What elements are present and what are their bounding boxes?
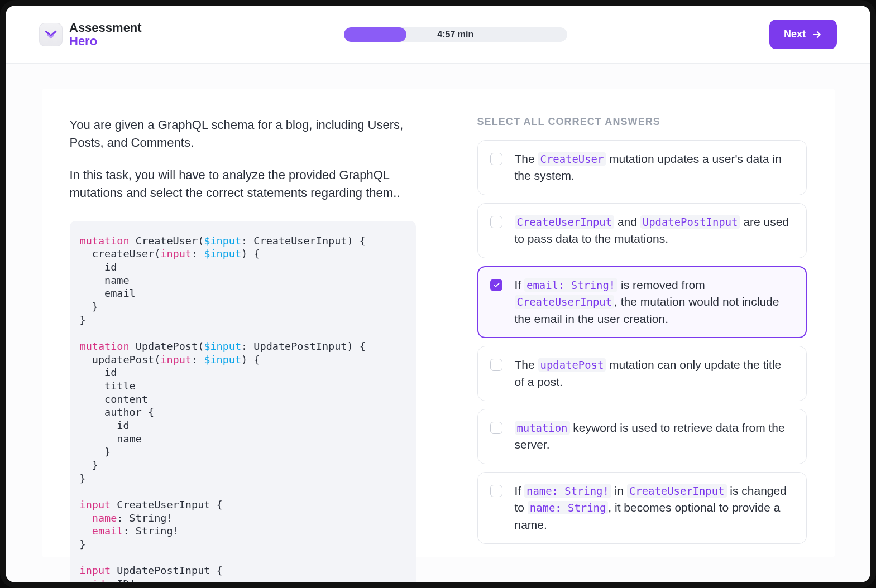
brand-text: Assessment Hero xyxy=(69,21,142,47)
inline-code: name: String! xyxy=(524,484,611,498)
timer-progress: 4:57 min xyxy=(344,27,567,42)
answer-text: The updatePost mutation can only update … xyxy=(515,356,794,391)
app-inner: Assessment Hero 4:57 min Next You are gi… xyxy=(6,6,870,582)
answer-text: If email: String! is removed from Create… xyxy=(515,277,794,327)
brand-line2: Hero xyxy=(69,35,142,47)
brand-line1: Assessment xyxy=(69,21,142,34)
timer-label: 4:57 min xyxy=(437,30,473,40)
inline-code: CreateUser xyxy=(538,152,606,166)
checkbox-icon xyxy=(490,359,502,371)
answers-list: The CreateUser mutation updates a user's… xyxy=(477,140,807,544)
answer-text: mutation keyword is used to retrieve dat… xyxy=(515,420,794,454)
checkbox-icon xyxy=(490,485,502,497)
answer-option[interactable]: If name: String! in CreateUserInput is c… xyxy=(477,472,807,544)
prompt-paragraph-2: In this task, you will have to analyze t… xyxy=(70,166,416,202)
answer-option[interactable]: The updatePost mutation can only update … xyxy=(477,346,807,401)
answer-text: If name: String! in CreateUserInput is c… xyxy=(515,483,794,533)
inline-code: email: String! xyxy=(524,278,617,292)
inline-code: mutation xyxy=(515,421,570,435)
answer-option[interactable]: If email: String! is removed from Create… xyxy=(477,266,807,338)
checkbox-icon xyxy=(490,216,502,228)
header: Assessment Hero 4:57 min Next xyxy=(6,6,870,64)
inline-code: CreateUserInput xyxy=(515,215,615,229)
answers-panel: SELECT ALL CORRECT ANSWERS The CreateUse… xyxy=(477,116,807,530)
brand: Assessment Hero xyxy=(39,21,142,47)
next-button[interactable]: Next xyxy=(769,20,837,49)
answer-option[interactable]: The CreateUser mutation updates a user's… xyxy=(477,140,807,195)
content: You are given a GraphQL schema for a blo… xyxy=(6,64,870,582)
inline-code: updatePost xyxy=(538,358,606,372)
inline-code: name: String xyxy=(528,501,608,514)
question-card: You are given a GraphQL schema for a blo… xyxy=(42,89,835,557)
app-window: Assessment Hero 4:57 min Next You are gi… xyxy=(0,0,876,588)
next-button-label: Next xyxy=(784,28,806,40)
checkbox-icon xyxy=(490,422,502,434)
arrow-right-icon xyxy=(811,29,822,40)
answer-option[interactable]: CreateUserInput and UpdatePostInput are … xyxy=(477,203,807,258)
checkbox-icon xyxy=(490,153,502,165)
question-left: You are given a GraphQL schema for a blo… xyxy=(70,116,416,530)
logo-icon xyxy=(39,23,63,46)
answer-text: CreateUserInput and UpdatePostInput are … xyxy=(515,214,794,248)
answer-option[interactable]: mutation keyword is used to retrieve dat… xyxy=(477,409,807,464)
question-prompt: You are given a GraphQL schema for a blo… xyxy=(70,116,416,202)
code-block: mutation CreateUser($input: CreateUserIn… xyxy=(70,221,416,582)
inline-code: CreateUserInput xyxy=(515,295,615,309)
answer-text: The CreateUser mutation updates a user's… xyxy=(515,151,794,185)
timer-progress-fill xyxy=(344,27,406,42)
checkbox-icon xyxy=(490,279,502,291)
answers-title: SELECT ALL CORRECT ANSWERS xyxy=(477,116,807,128)
inline-code: CreateUserInput xyxy=(627,484,727,498)
prompt-paragraph-1: You are given a GraphQL schema for a blo… xyxy=(70,116,416,152)
inline-code: UpdatePostInput xyxy=(640,215,740,229)
